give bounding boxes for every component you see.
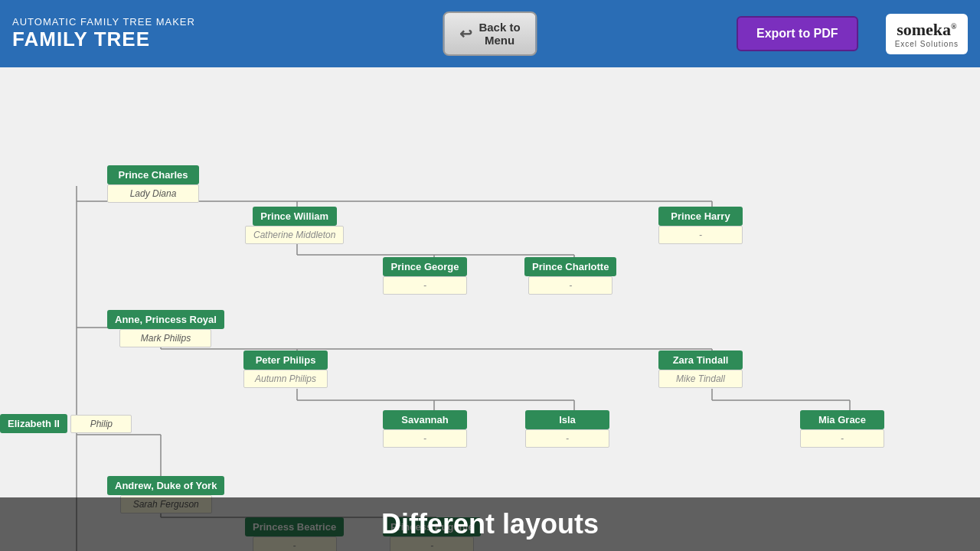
export-pdf-button[interactable]: Export to PDF — [737, 16, 858, 51]
elizabeth-name: Elizabeth II — [0, 414, 67, 433]
prince-george-spouse: - — [383, 276, 467, 295]
mia-grace-spouse: - — [800, 429, 884, 448]
header: AUTOMATIC FAMILY TREE MAKER FAMILY TREE … — [0, 0, 980, 67]
prince-george-name: Prince George — [383, 257, 467, 276]
isla-node: Isla - — [525, 410, 609, 448]
logo-subtext: Excel Solutions — [895, 40, 959, 48]
mike-tindall-name: Mike Tindall — [658, 370, 743, 388]
zara-tindall-name: Zara Tindall — [658, 350, 743, 370]
bottom-overlay: Different layouts — [0, 497, 980, 551]
elizabeth-node: Elizabeth II Philip — [0, 414, 132, 433]
someka-logo: someka® Excel Solutions — [886, 14, 968, 54]
peter-philips-name: Peter Philips — [243, 350, 328, 370]
prince-charlotte-name: Prince Charlotte — [524, 257, 616, 276]
prince-charles-node: Prince Charles Lady Diana — [107, 165, 199, 203]
prince-charlotte-node: Prince Charlotte - — [524, 257, 616, 295]
mia-grace-node: Mia Grace - — [800, 410, 884, 448]
prince-harry-name: Prince Harry — [658, 207, 743, 226]
prince-william-name: Prince William — [253, 207, 337, 226]
prince-william-node: Prince William Catherine Middleton — [245, 207, 344, 244]
anne-node: Anne, Princess Royal Mark Philips — [107, 310, 224, 347]
header-center: ↩ Back toMenu — [443, 11, 537, 56]
header-branding: AUTOMATIC FAMILY TREE MAKER FAMILY TREE — [12, 16, 737, 51]
mark-philips-name: Mark Philips — [119, 329, 211, 347]
autumn-philips-name: Autumn Philips — [243, 370, 328, 388]
different-layouts-text: Different layouts — [381, 508, 599, 540]
app-subtitle: AUTOMATIC FAMILY TREE MAKER — [12, 16, 737, 28]
zara-tindall-node: Zara Tindall Mike Tindall — [658, 350, 743, 388]
back-button-label: Back toMenu — [479, 21, 520, 47]
prince-harry-node: Prince Harry - — [658, 207, 743, 244]
prince-george-node: Prince George - — [383, 257, 467, 295]
prince-harry-spouse: - — [658, 226, 743, 244]
catherine-middleton-name: Catherine Middleton — [245, 226, 344, 244]
peter-philips-node: Peter Philips Autumn Philips — [243, 350, 328, 388]
isla-name: Isla — [525, 410, 609, 429]
mia-grace-name: Mia Grace — [800, 410, 884, 429]
page-title: FAMILY TREE — [12, 28, 737, 51]
tree-area: Elizabeth II Philip Prince Charles Lady … — [0, 67, 980, 551]
prince-charlotte-spouse: - — [528, 276, 612, 295]
savannah-node: Savannah - — [383, 410, 467, 448]
back-arrow-icon: ↩ — [459, 24, 472, 43]
andrew-name: Andrew, Duke of York — [107, 476, 224, 495]
logo-text: someka® — [897, 20, 956, 40]
anne-name: Anne, Princess Royal — [107, 310, 224, 329]
back-to-menu-button[interactable]: ↩ Back toMenu — [443, 11, 537, 56]
lady-diana-name: Lady Diana — [107, 184, 199, 203]
savannah-spouse: - — [383, 429, 467, 448]
prince-charles-name: Prince Charles — [107, 165, 199, 184]
header-actions: Export to PDF someka® Excel Solutions — [737, 14, 968, 54]
savannah-name: Savannah — [383, 410, 467, 429]
isla-spouse: - — [525, 429, 609, 448]
philip-name: Philip — [70, 415, 132, 433]
